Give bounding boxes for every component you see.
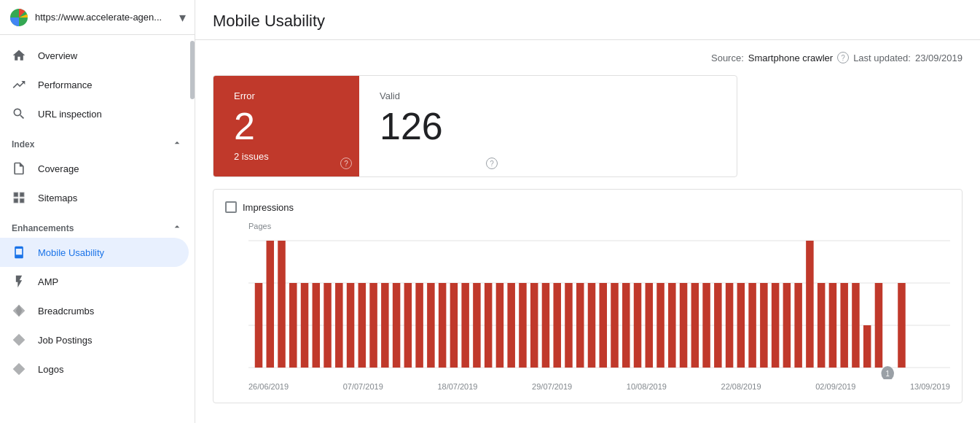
svg-rect-11: [289, 283, 297, 368]
svg-rect-63: [898, 283, 906, 368]
svg-rect-27: [473, 283, 481, 368]
sidebar-item-mobile-usability[interactable]: Mobile Usability: [0, 238, 189, 267]
svg-rect-54: [783, 283, 791, 368]
error-help-icon[interactable]: ?: [340, 158, 352, 169]
x-label-3: 29/07/2019: [532, 382, 572, 391]
source-bar: Source: Smartphone crawler ? Last update…: [213, 52, 963, 63]
x-axis-labels: 26/06/2019 07/07/2019 18/07/2019 29/07/2…: [248, 382, 950, 391]
valid-help-icon[interactable]: ?: [486, 158, 498, 169]
sidebar-item-url-inspection[interactable]: URL inspection: [0, 99, 189, 128]
sidebar-item-performance[interactable]: Performance: [0, 70, 189, 99]
svg-rect-48: [714, 283, 722, 368]
chart-legend: Impressions: [225, 201, 950, 213]
svg-rect-25: [450, 283, 458, 368]
svg-rect-13: [313, 283, 321, 368]
svg-rect-43: [656, 283, 665, 368]
source-value: Smartphone crawler: [748, 53, 833, 63]
chart-y-label: Pages: [248, 222, 950, 230]
svg-rect-28: [485, 283, 493, 368]
svg-rect-30: [507, 283, 515, 368]
valid-card: Valid 126 ?: [359, 76, 505, 176]
svg-text:1: 1: [886, 369, 890, 378]
index-collapse-icon[interactable]: [171, 137, 183, 151]
sidebar-item-label: URL inspection: [38, 109, 102, 120]
svg-rect-47: [702, 283, 710, 368]
sidebar-item-label: Job Postings: [38, 335, 92, 346]
bolt-icon: [12, 274, 26, 289]
svg-rect-52: [760, 283, 768, 368]
sidebar-item-label: Coverage: [38, 163, 79, 174]
svg-rect-37: [588, 283, 596, 368]
svg-rect-55: [794, 283, 802, 368]
logos-icon: [12, 362, 26, 376]
svg-rect-39: [611, 283, 619, 368]
error-card-value: 2: [234, 107, 339, 145]
error-card: Error 2 2 issues ?: [213, 76, 359, 176]
legend-label: Impressions: [243, 202, 294, 213]
last-updated-label: Last updated:: [853, 53, 911, 63]
svg-rect-53: [772, 283, 780, 368]
search-icon: [12, 106, 26, 121]
svg-rect-61: [863, 325, 871, 368]
svg-rect-57: [818, 283, 826, 368]
svg-rect-16: [347, 283, 355, 368]
svg-rect-17: [358, 283, 366, 368]
scrollbar-track[interactable]: [190, 35, 195, 423]
page-title: Mobile Usability: [213, 12, 963, 31]
legend-checkbox[interactable]: [225, 201, 237, 213]
sidebar-header: https://www.accelerate-agen... ▾: [0, 0, 195, 35]
sidebar-item-overview[interactable]: Overview: [0, 41, 189, 70]
svg-rect-45: [680, 283, 688, 368]
svg-rect-33: [542, 283, 550, 368]
svg-rect-56: [806, 241, 814, 368]
diamond-icon: [12, 303, 26, 318]
source-label: Source:: [711, 53, 744, 63]
sidebar: https://www.accelerate-agen... ▾ Overvie…: [0, 0, 195, 423]
job-postings-icon: [12, 333, 26, 347]
sidebar-item-label: AMP: [38, 276, 58, 287]
x-label-6: 02/09/2019: [815, 382, 855, 391]
sidebar-nav: Overview Performance URL inspection Inde…: [0, 35, 195, 423]
chart-wrapper: 3 2 1 0: [248, 233, 950, 379]
svg-rect-49: [726, 283, 734, 368]
svg-rect-19: [381, 283, 389, 368]
svg-rect-14: [324, 283, 332, 368]
svg-rect-60: [852, 283, 860, 368]
sidebar-item-label: Performance: [38, 79, 92, 90]
source-help-icon[interactable]: ?: [837, 52, 849, 63]
svg-rect-41: [634, 283, 642, 368]
sidebar-item-coverage[interactable]: Coverage: [0, 154, 189, 183]
sidebar-item-job-postings[interactable]: Job Postings: [0, 325, 189, 354]
x-label-4: 10/08/2019: [627, 382, 667, 391]
sidebar-item-sitemaps[interactable]: Sitemaps: [0, 183, 189, 212]
home-icon: [12, 48, 26, 63]
svg-rect-32: [530, 283, 538, 368]
enhancements-section-header: Enhancements: [0, 212, 195, 238]
svg-rect-34: [553, 283, 561, 368]
enhancements-collapse-icon[interactable]: [171, 221, 183, 235]
phone-icon: [12, 245, 26, 260]
trending-up-icon: [12, 77, 26, 92]
index-section-header: Index: [0, 128, 195, 154]
svg-rect-15: [335, 283, 343, 368]
error-card-issues: 2 issues: [234, 151, 339, 162]
sidebar-item-logos[interactable]: Logos: [0, 354, 189, 384]
x-label-1: 07/07/2019: [343, 382, 383, 391]
svg-rect-31: [519, 283, 527, 368]
site-chevron[interactable]: ▾: [179, 11, 186, 24]
svg-rect-62: [875, 283, 883, 368]
page-header: Mobile Usability: [195, 0, 980, 40]
score-cards: Error 2 2 issues ? Valid 126 ?: [213, 75, 737, 177]
sidebar-item-amp[interactable]: AMP: [0, 267, 189, 296]
x-label-5: 22/08/2019: [721, 382, 761, 391]
grid-icon: [12, 190, 26, 205]
scrollbar-thumb: [190, 41, 195, 99]
main-content: Mobile Usability Source: Smartphone craw…: [195, 0, 980, 423]
sidebar-item-label: Sitemaps: [38, 193, 77, 203]
svg-rect-8: [255, 283, 263, 368]
svg-rect-29: [496, 283, 504, 368]
sidebar-item-label: Mobile Usability: [38, 247, 104, 258]
svg-rect-24: [439, 283, 447, 368]
sidebar-item-breadcrumbs[interactable]: Breadcrumbs: [0, 296, 189, 325]
sidebar-item-label: Logos: [38, 364, 63, 375]
